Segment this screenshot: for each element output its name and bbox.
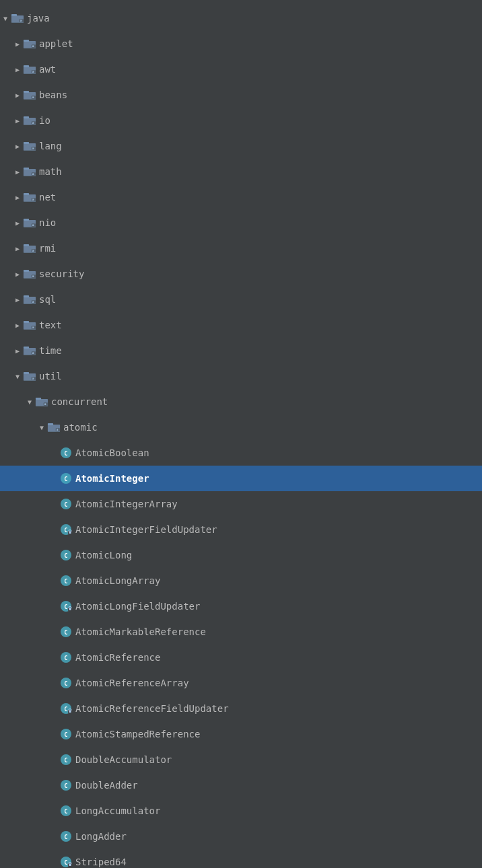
- toggle-arrow-empty: [48, 680, 59, 687]
- svg-text:C: C: [64, 629, 67, 636]
- item-label: AtomicLongArray: [75, 575, 160, 586]
- svg-text:C: C: [64, 783, 67, 789]
- toggle-arrow[interactable]: ▶: [12, 117, 23, 124]
- folder-icon: a: [23, 371, 36, 382]
- tree-item-rmi[interactable]: ▶ a rmi: [0, 236, 482, 261]
- item-label: AtomicMarkableReference: [75, 626, 206, 637]
- toggle-arrow[interactable]: ▶: [12, 168, 23, 176]
- tree-item-io[interactable]: ▶ a io: [0, 108, 482, 133]
- tree-item-sql[interactable]: ▶ a sql: [0, 287, 482, 312]
- tree-item-time[interactable]: ▶ a time: [0, 338, 482, 363]
- item-label: rmi: [39, 243, 56, 254]
- file-tree: ▼ a java▶ a applet▶ a awt▶ a beans▶ a io…: [0, 0, 482, 868]
- tree-item-DoubleAccumulator[interactable]: C DoubleAccumulator: [0, 747, 482, 772]
- class-icon: C: [59, 498, 73, 510]
- item-label: AtomicStampedReference: [75, 729, 200, 739]
- tree-item-AtomicInteger[interactable]: C AtomicInteger: [0, 466, 482, 491]
- svg-text:C: C: [64, 527, 67, 534]
- svg-text:a: a: [20, 19, 22, 22]
- tree-item-LongAdder[interactable]: C LongAdder: [0, 824, 482, 849]
- item-label: AtomicIntegerArray: [75, 499, 178, 509]
- tree-item-Striped64[interactable]: C Striped64: [0, 849, 482, 868]
- item-label: net: [39, 192, 56, 203]
- svg-text:a: a: [32, 300, 34, 303]
- folder-icon: a: [23, 217, 36, 228]
- tree-item-AtomicLongFieldUpdater[interactable]: C AtomicLongFieldUpdater: [0, 593, 482, 619]
- tree-item-AtomicStampedReference[interactable]: C AtomicStampedReference: [0, 721, 482, 747]
- svg-rect-5: [24, 40, 29, 42]
- toggle-arrow[interactable]: ▼: [36, 424, 47, 431]
- tree-item-AtomicMarkableReference[interactable]: C AtomicMarkableReference: [0, 619, 482, 645]
- item-label: AtomicReferenceArray: [75, 678, 189, 688]
- toggle-arrow[interactable]: ▶: [12, 245, 23, 252]
- toggle-arrow-empty: [48, 603, 59, 610]
- tree-item-lang[interactable]: ▶ a lang: [0, 133, 482, 159]
- tree-item-beans[interactable]: ▶ a beans: [0, 82, 482, 108]
- tree-item-AtomicIntegerFieldUpdater[interactable]: C AtomicIntegerFieldUpdater: [0, 517, 482, 542]
- tree-item-atomic[interactable]: ▼ a atomic: [0, 414, 482, 440]
- svg-rect-78: [69, 532, 71, 534]
- tree-item-AtomicLong[interactable]: C AtomicLong: [0, 542, 482, 568]
- tree-item-math[interactable]: ▶ a math: [0, 159, 482, 184]
- svg-text:a: a: [32, 147, 34, 150]
- item-label: applet: [39, 38, 73, 49]
- svg-text:C: C: [64, 476, 67, 482]
- svg-text:C: C: [64, 859, 67, 866]
- toggle-arrow[interactable]: ▶: [12, 347, 23, 355]
- svg-text:a: a: [32, 275, 34, 278]
- svg-rect-49: [24, 321, 29, 323]
- toggle-arrow[interactable]: ▶: [12, 194, 23, 201]
- toggle-arrow[interactable]: ▶: [12, 322, 23, 329]
- svg-text:C: C: [64, 680, 67, 687]
- tree-item-java[interactable]: ▼ a java: [0, 5, 482, 31]
- class-icon: C: [59, 626, 73, 638]
- tree-item-AtomicReference[interactable]: C AtomicReference: [0, 645, 482, 670]
- item-label: LongAdder: [75, 831, 127, 842]
- tree-item-AtomicReferenceArray[interactable]: C AtomicReferenceArray: [0, 670, 482, 696]
- svg-text:C: C: [64, 834, 67, 840]
- tree-item-applet[interactable]: ▶ a applet: [0, 31, 482, 57]
- toggle-arrow[interactable]: ▼: [0, 15, 11, 22]
- tree-item-AtomicBoolean[interactable]: C AtomicBoolean: [0, 440, 482, 466]
- item-label: DoubleAccumulator: [75, 754, 172, 765]
- tree-item-AtomicReferenceFieldUpdater[interactable]: C AtomicReferenceFieldUpdater: [0, 696, 482, 721]
- toggle-arrow[interactable]: ▼: [12, 373, 23, 380]
- toggle-arrow-empty: [48, 449, 59, 457]
- tree-item-security[interactable]: ▶ a security: [0, 261, 482, 287]
- folder-icon: a: [23, 115, 36, 126]
- svg-text:C: C: [64, 731, 67, 738]
- tree-item-AtomicIntegerArray[interactable]: C AtomicIntegerArray: [0, 491, 482, 517]
- folder-icon: a: [23, 166, 36, 177]
- svg-text:a: a: [32, 121, 34, 124]
- toggle-arrow-empty: [48, 731, 59, 738]
- item-label: AtomicReference: [75, 652, 160, 663]
- toggle-arrow[interactable]: ▶: [12, 270, 23, 278]
- svg-text:a: a: [32, 198, 34, 201]
- toggle-arrow[interactable]: ▶: [12, 296, 23, 303]
- item-label: lang: [39, 141, 62, 151]
- tree-item-util[interactable]: ▼ a util: [0, 363, 482, 389]
- tree-item-awt[interactable]: ▶ a awt: [0, 57, 482, 82]
- tree-item-AtomicLongArray[interactable]: C AtomicLongArray: [0, 568, 482, 593]
- toggle-arrow[interactable]: ▶: [12, 66, 23, 73]
- tree-item-net[interactable]: ▶ a net: [0, 184, 482, 210]
- toggle-arrow[interactable]: ▶: [12, 143, 23, 150]
- toggle-arrow[interactable]: ▶: [12, 219, 23, 227]
- toggle-arrow-empty: [48, 833, 59, 840]
- svg-rect-87: [69, 608, 71, 611]
- toggle-arrow-empty: [48, 756, 59, 764]
- toggle-arrow-empty: [48, 526, 59, 534]
- class-icon: C: [59, 549, 73, 561]
- tree-item-DoubleAdder[interactable]: C DoubleAdder: [0, 772, 482, 798]
- tree-item-concurrent[interactable]: ▼ a concurrent: [0, 389, 482, 414]
- class-icon: C: [59, 600, 73, 612]
- tree-item-text[interactable]: ▶ a text: [0, 312, 482, 338]
- tree-item-nio[interactable]: ▶ a nio: [0, 210, 482, 236]
- item-label: awt: [39, 64, 56, 75]
- toggle-arrow[interactable]: ▶: [12, 92, 23, 99]
- folder-icon: a: [23, 89, 36, 100]
- toggle-arrow[interactable]: ▶: [12, 40, 23, 48]
- tree-item-LongAccumulator[interactable]: C LongAccumulator: [0, 798, 482, 824]
- toggle-arrow[interactable]: ▼: [24, 398, 35, 406]
- class-icon: C: [59, 779, 73, 791]
